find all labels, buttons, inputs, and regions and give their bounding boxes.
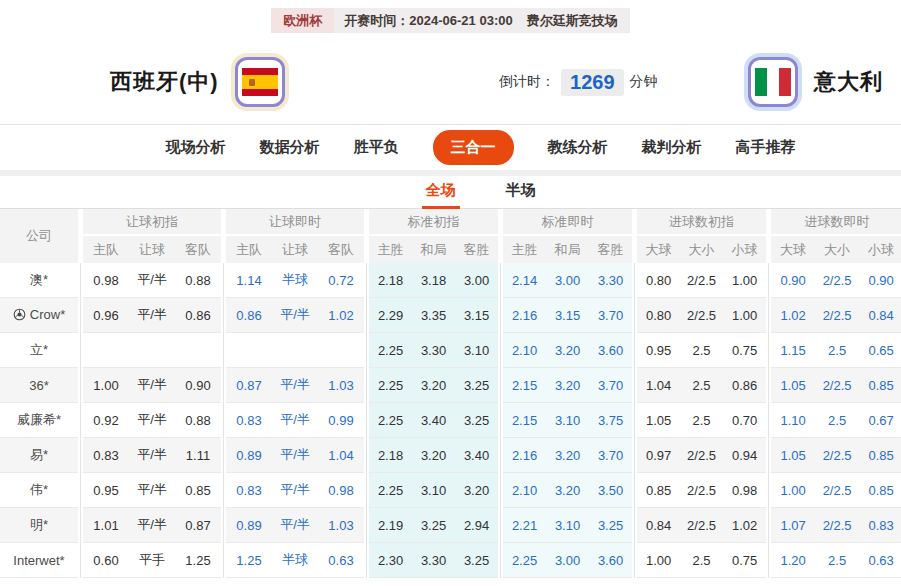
odds-cell: 0.90 xyxy=(771,263,815,298)
odds-cell: 2.10 xyxy=(503,473,546,508)
italy-flag-icon xyxy=(748,57,798,107)
odds-cell: 平/半 xyxy=(129,263,175,298)
odds-cell: 2.25 xyxy=(369,333,412,368)
odds-cell: 1.00 xyxy=(771,473,815,508)
odds-cell: 3.15 xyxy=(546,298,589,333)
odds-cell: 0.98 xyxy=(318,473,364,508)
group-handicap-initial: 让球初指 xyxy=(83,209,221,236)
group-goals-initial: 进球数初指 xyxy=(637,209,766,236)
odds-cell: 0.87 xyxy=(226,368,272,403)
league-badge: 欧洲杯 xyxy=(271,8,334,33)
odds-cell: 0.86 xyxy=(226,298,272,333)
odds-cell: 2.25 xyxy=(503,543,546,578)
odds-cell: 1.25 xyxy=(175,543,221,578)
odds-cell: 平/半 xyxy=(272,508,318,543)
spain-emblem xyxy=(249,79,255,86)
countdown: 倒计时： 1269 分钟 xyxy=(499,69,658,96)
col-header: 大球 xyxy=(771,236,815,263)
nav-three-in-one[interactable]: 三合一 xyxy=(433,130,514,165)
odds-cell: 0.83 xyxy=(83,438,129,473)
odds-cell: 3.25 xyxy=(455,543,498,578)
odds-cell: 3.00 xyxy=(455,263,498,298)
col-header: 客队 xyxy=(175,236,221,263)
odds-cell: 2.16 xyxy=(503,438,546,473)
nav-data-analysis[interactable]: 数据分析 xyxy=(260,138,320,157)
col-header: 小球 xyxy=(723,236,766,263)
countdown-label: 倒计时： xyxy=(499,73,555,91)
odds-cell: 0.80 xyxy=(637,298,680,333)
odds-cell: 0.83 xyxy=(859,508,901,543)
odds-cell: 3.70 xyxy=(589,438,632,473)
odds-cell: 3.20 xyxy=(412,438,455,473)
match-odds-page: 欧洲杯 开赛时间：2024-06-21 03:00 费尔廷斯竞技场 西班牙(中)… xyxy=(0,0,901,586)
odds-cell: 3.15 xyxy=(455,298,498,333)
odds-cell: 2/2.5 xyxy=(815,473,859,508)
odds-cell: 0.63 xyxy=(859,543,901,578)
nav-live-analysis[interactable]: 现场分析 xyxy=(166,138,226,157)
col-header: 小球 xyxy=(859,236,901,263)
odds-cell: 2/2.5 xyxy=(815,263,859,298)
company-name: Crow* xyxy=(30,307,65,322)
tab-full-time[interactable]: 全场 xyxy=(422,181,460,209)
odds-cell: 0.85 xyxy=(175,473,221,508)
odds-cell: 2.10 xyxy=(503,333,546,368)
odds-cell: 1.10 xyxy=(771,403,815,438)
odds-cell: 0.63 xyxy=(318,543,364,578)
kickoff-time: 开赛时间：2024-06-21 03:00 xyxy=(334,8,522,33)
nav-referee-analysis[interactable]: 裁判分析 xyxy=(642,138,702,157)
odds-cell: 0.84 xyxy=(637,508,680,543)
odds-cell: 0.96 xyxy=(83,298,129,333)
away-team-name: 意大利 xyxy=(814,67,883,97)
odds-cell: 3.00 xyxy=(546,263,589,298)
analysis-nav: 现场分析 数据分析 胜平负 三合一 教练分析 裁判分析 高手推荐 xyxy=(0,124,901,170)
odds-cell: 平/半 xyxy=(129,508,175,543)
odds-cell: 1.02 xyxy=(318,298,364,333)
col-header: 和局 xyxy=(546,236,589,263)
company-header: 公司 xyxy=(0,209,78,263)
odds-cell: 2.25 xyxy=(369,368,412,403)
odds-cell: 2.19 xyxy=(369,508,412,543)
odds-cell: 1.00 xyxy=(723,263,766,298)
venue: 费尔廷斯竞技场 xyxy=(523,8,630,33)
nav-expert-picks[interactable]: 高手推荐 xyxy=(736,138,796,157)
odds-cell: 0.85 xyxy=(859,368,901,403)
col-header: 和局 xyxy=(412,236,455,263)
odds-cell: 2/2.5 xyxy=(815,508,859,543)
odds-cell: 3.20 xyxy=(455,473,498,508)
odds-cell: 3.10 xyxy=(455,333,498,368)
odds-cell: 0.89 xyxy=(226,508,272,543)
odds-cell: 2.21 xyxy=(503,508,546,543)
col-header: 主队 xyxy=(226,236,272,263)
col-header: 客胜 xyxy=(589,236,632,263)
odds-cell: 3.18 xyxy=(412,263,455,298)
kickoff-value: 2024-06-21 03:00 xyxy=(409,13,512,28)
odds-cell xyxy=(318,333,364,368)
odds-cell: 0.85 xyxy=(859,438,901,473)
countdown-value: 1269 xyxy=(561,69,624,96)
odds-cell: 0.90 xyxy=(859,263,901,298)
group-handicap-live: 让球即时 xyxy=(226,209,364,236)
odds-cell: 2/2.5 xyxy=(815,368,859,403)
odds-cell: 1.01 xyxy=(83,508,129,543)
tab-half-time[interactable]: 半场 xyxy=(502,181,540,208)
spain-flag-icon xyxy=(235,57,285,107)
odds-cell: 1.04 xyxy=(637,368,680,403)
odds-cell: 0.92 xyxy=(83,403,129,438)
odds-cell: 2.5 xyxy=(680,403,723,438)
table-row: 伟* 0.95 平/半 0.85 0.83 平/半 0.98 2.25 3.10… xyxy=(0,473,901,508)
nav-win-draw-loss[interactable]: 胜平负 xyxy=(354,138,399,157)
odds-cell: 3.00 xyxy=(546,543,589,578)
table-row: 立* 2.25 3.30 3.10 2.10 3.20 3.60 0.95 2.… xyxy=(0,333,901,368)
company-name: 36* xyxy=(29,378,49,393)
odds-cell xyxy=(129,333,175,368)
odds-cell: 2.5 xyxy=(815,333,859,368)
odds-cell: 0.84 xyxy=(859,298,901,333)
odds-cell: 1.05 xyxy=(771,368,815,403)
odds-cell: 3.25 xyxy=(412,508,455,543)
nav-coach-analysis[interactable]: 教练分析 xyxy=(548,138,608,157)
odds-table-header: 公司 让球初指 让球即时 标准初指 标准即时 进球数初指 进球数即时 主队 让球… xyxy=(0,209,901,263)
odds-cell: 1.00 xyxy=(637,543,680,578)
odds-cell: 0.98 xyxy=(723,473,766,508)
odds-cell: 3.70 xyxy=(589,368,632,403)
odds-cell: 1.11 xyxy=(175,438,221,473)
